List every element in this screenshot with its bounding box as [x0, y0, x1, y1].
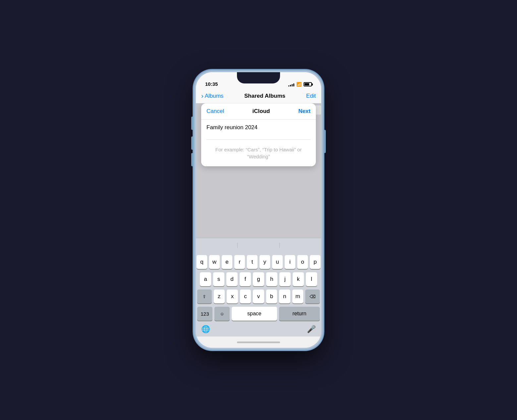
key-h[interactable]: h — [266, 272, 277, 286]
key-v[interactable]: v — [253, 289, 264, 303]
key-u[interactable]: u — [272, 255, 283, 269]
keyboard-suggestions — [196, 238, 321, 252]
keyboard-bottom-bar: 🌐 🎤 — [196, 322, 321, 337]
key-x[interactable]: x — [227, 289, 238, 303]
shift-key[interactable]: ⇧ — [197, 289, 212, 303]
dialog-header: Cancel iCloud Next — [201, 103, 316, 120]
key-q[interactable]: q — [197, 255, 207, 269]
battery-icon — [304, 82, 312, 86]
status-icons: 📶 — [288, 82, 312, 87]
key-w[interactable]: w — [209, 255, 220, 269]
edit-button[interactable]: Edit — [306, 93, 316, 99]
globe-icon[interactable]: 🌐 — [201, 325, 210, 334]
key-a[interactable]: a — [200, 272, 211, 286]
key-d[interactable]: d — [226, 272, 238, 286]
key-c[interactable]: c — [240, 289, 251, 303]
key-row-2: a s d f g h j k l — [197, 272, 320, 286]
space-key[interactable]: space — [232, 307, 277, 321]
key-t[interactable]: t — [247, 255, 258, 269]
next-button[interactable]: Next — [298, 108, 311, 115]
back-button[interactable]: › Albums — [201, 93, 223, 99]
status-time: 10:35 — [205, 81, 218, 87]
emoji-key[interactable]: ☺ — [214, 307, 230, 321]
key-row-3: ⇧ z x c v b n m ⌫ — [197, 289, 320, 303]
key-m[interactable]: m — [292, 289, 304, 303]
mic-icon[interactable]: 🎤 — [307, 325, 316, 334]
dialog-placeholder-area: For example: “Cars”, “Trip to Hawaii” or… — [201, 140, 316, 166]
suggestion-1[interactable] — [196, 243, 238, 248]
page-title: Shared Albums — [223, 93, 306, 99]
suggestion-2[interactable] — [238, 243, 279, 248]
key-n[interactable]: n — [279, 289, 290, 303]
phone-screen: 10:35 📶 › Albums Shared Albums — [196, 72, 321, 348]
dialog-title: iCloud — [253, 108, 270, 115]
key-p[interactable]: p — [310, 255, 320, 269]
key-r[interactable]: r — [234, 255, 245, 269]
dialog-input-area[interactable]: Family reunion 2024 — [201, 120, 316, 139]
key-row-4: 123 ☺ space return — [197, 307, 320, 321]
key-s[interactable]: s — [213, 272, 224, 286]
wifi-icon: 📶 — [296, 82, 302, 87]
key-y[interactable]: y — [259, 255, 270, 269]
delete-key[interactable]: ⌫ — [305, 289, 320, 303]
home-indicator — [196, 337, 321, 348]
icloud-dialog: Cancel iCloud Next Family reunion 2024 F… — [201, 103, 316, 166]
dialog-placeholder: For example: “Cars”, “Trip to Hawaii” or… — [206, 146, 311, 160]
key-i[interactable]: i — [285, 255, 295, 269]
key-e[interactable]: e — [222, 255, 232, 269]
key-f[interactable]: f — [240, 272, 251, 286]
key-k[interactable]: k — [293, 272, 304, 286]
numbers-key[interactable]: 123 — [197, 307, 212, 321]
notch — [237, 72, 280, 83]
key-g[interactable]: g — [253, 272, 264, 286]
phone-device: 10:35 📶 › Albums Shared Albums — [194, 70, 323, 350]
key-o[interactable]: o — [297, 255, 308, 269]
home-bar — [237, 341, 280, 343]
back-chevron-icon: › — [201, 92, 203, 99]
navigation-bar: › Albums Shared Albums Edit — [196, 89, 321, 103]
back-label: Albums — [205, 93, 224, 99]
keyboard-rows: q w e r t y u i o p a s d f g — [196, 252, 321, 322]
key-z[interactable]: z — [214, 289, 225, 303]
return-key[interactable]: return — [279, 307, 320, 321]
keyboard: q w e r t y u i o p a s d f g — [196, 238, 321, 337]
key-row-1: q w e r t y u i o p — [197, 255, 320, 269]
dialog-input-value: Family reunion 2024 — [206, 124, 258, 131]
suggestion-3[interactable] — [280, 243, 321, 248]
signal-icon — [288, 82, 294, 86]
key-b[interactable]: b — [266, 289, 277, 303]
cancel-button[interactable]: Cancel — [206, 108, 224, 115]
key-l[interactable]: l — [306, 272, 317, 286]
key-j[interactable]: j — [279, 272, 291, 286]
main-content: Cancel iCloud Next Family reunion 2024 F… — [196, 103, 321, 238]
